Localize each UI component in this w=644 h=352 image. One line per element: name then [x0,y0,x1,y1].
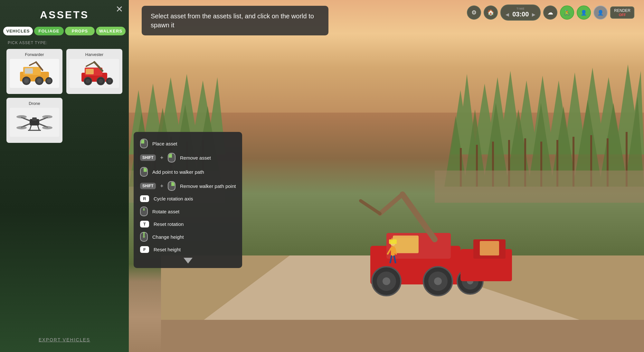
tab-foliage[interactable]: FOLIAGE [34,27,64,35]
tab-vehicles[interactable]: VEHICLES [3,27,33,35]
asset-card-forwarder[interactable]: Forwarder [6,49,62,94]
ctx-place-asset-label: Place asset [152,141,177,146]
svg-point-107 [16,115,27,118]
svg-rect-52 [161,320,644,352]
scroll-more-indicator [134,255,242,264]
pick-asset-type-label: PICK ASSET TYPE: [8,41,48,45]
svg-line-59 [361,201,380,214]
ctx-reset-rotation[interactable]: T Reset rotation [134,218,242,230]
ctx-change-height-label: Change height [152,234,184,240]
time-value: 03:00 [512,11,529,18]
svg-line-112 [38,125,39,130]
ctx-remove-walker-path[interactable]: SHIFT + Remove walker path point [134,179,242,193]
person-icon: 👤 [581,10,587,16]
ctx-reset-height[interactable]: F Reset height [134,244,242,255]
gear-icon: ⚙ [471,9,477,16]
walker-button[interactable]: 🚴 [560,5,574,20]
harvester-image [70,59,119,88]
scroll-icon [140,207,148,216]
right-click-icon [140,167,148,177]
svg-line-74 [388,248,391,254]
ctx-cycle-rotation[interactable]: R Cycle rotation axis [134,193,242,204]
svg-point-108 [42,115,52,118]
left-panel: ✕ ASSETS VEHICLES FOLIAGE PROPS WALKERS … [0,0,129,352]
svg-point-110 [42,126,52,129]
close-button[interactable]: ✕ [116,4,123,14]
drone-label: Drone [29,101,40,106]
svg-line-76 [390,256,392,263]
plus-icon-2: + [160,183,163,189]
left-click-icon [140,139,148,148]
svg-point-100 [108,79,111,83]
top-controls: ⚙ 🏠 TIME ◀ 03:00 ▶ ☁ 🚴 👤 👤 RENDER OFF [467,5,634,21]
weather-button[interactable]: ☁ [543,5,557,20]
context-menu: Place asset SHIFT + Remove asset Add poi… [134,132,242,268]
ctx-remove-asset[interactable]: SHIFT + Remove asset [134,151,242,165]
ctx-rotate-asset[interactable]: Rotate asset [134,204,242,218]
avatar-button[interactable]: 👤 [593,5,608,20]
tab-bar: VEHICLES FOLIAGE PROPS WALKERS [0,27,129,35]
svg-line-94 [86,62,94,66]
svg-line-83 [30,62,36,65]
f-key-badge: F [140,246,149,253]
svg-point-89 [47,79,51,83]
svg-line-111 [30,125,31,130]
shift-key-badge-2: SHIFT [140,183,156,189]
forwarder-label: Forwarder [25,52,44,57]
home-button[interactable]: 🏠 [484,5,498,20]
instruction-text: Select asset from the assets list, and c… [151,13,314,29]
person-button[interactable]: 👤 [577,5,591,20]
svg-point-87 [37,79,42,83]
svg-rect-81 [25,68,33,74]
ctx-place-asset[interactable]: Place asset [134,136,242,151]
tab-props[interactable]: PROPS [65,27,95,35]
ctx-add-walker-path-label: Add point to walker path [152,169,204,175]
asset-grid: Forwarder [0,49,129,143]
svg-point-109 [16,126,27,129]
plus-icon-1: + [160,155,163,161]
home-icon: 🏠 [487,9,494,16]
svg-line-57 [402,194,435,239]
ctx-rotate-asset-label: Rotate asset [152,209,179,214]
time-next-button[interactable]: ▶ [532,12,535,17]
bike-icon: 🚴 [564,10,570,16]
time-control: TIME ◀ 03:00 ▶ [500,5,541,21]
asset-card-harvester[interactable]: Harvester [66,49,122,94]
time-prev-button[interactable]: ◀ [506,12,509,17]
asset-card-drone[interactable]: Drone [6,98,62,143]
ctx-add-walker-path[interactable]: Add point to walker path [134,165,242,179]
scroll-down-arrow [184,258,193,264]
instruction-bar: Select asset from the assets list, and c… [142,6,328,35]
panel-title: ASSETS [40,9,89,21]
shift-key-badge-1: SHIFT [140,154,156,161]
ctx-remove-walker-path-label: Remove walker path point [180,183,236,189]
worker-figure [386,239,399,265]
settings-button[interactable]: ⚙ [467,5,481,20]
ctx-reset-height-label: Reset height [154,247,181,252]
forwarder-image [10,59,59,88]
right-click-green-icon [168,181,175,191]
ctx-cycle-rotation-label: Cycle rotation axis [154,196,193,201]
render-state: OFF [619,13,626,17]
svg-rect-102 [32,117,37,121]
export-vehicles-button[interactable]: EXPORT VEHICLES [39,337,90,342]
ctx-reset-rotation-label: Reset rotation [154,221,184,227]
svg-point-85 [24,79,29,83]
render-toggle-button[interactable]: RENDER OFF [610,6,634,19]
render-label: RENDER [614,8,630,13]
svg-point-98 [99,79,103,83]
t-key-badge: T [140,221,149,227]
svg-rect-92 [86,69,94,74]
svg-line-77 [394,256,395,263]
time-label: TIME [516,7,525,10]
harvester-label: Harvester [85,52,103,57]
avatar-icon: 👤 [597,10,604,16]
svg-line-58 [380,194,402,214]
svg-line-75 [395,248,396,254]
harvester-machine [322,175,515,304]
ctx-change-height[interactable]: Change height [134,230,242,244]
left-click-green-icon [168,153,175,162]
tab-walkers[interactable]: WALKERS [96,27,126,35]
drone-image [10,108,59,137]
scroll-vert-icon [140,232,148,242]
